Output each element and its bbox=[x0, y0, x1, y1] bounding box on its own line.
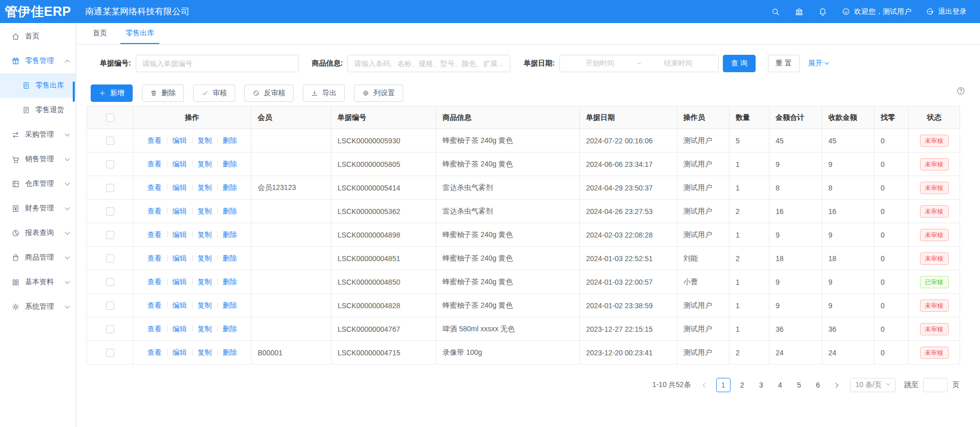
row-action-edit[interactable]: 编辑 bbox=[173, 325, 187, 333]
sidebar-item-goods[interactable]: 商品管理 bbox=[0, 245, 76, 270]
tab-retail-out[interactable]: 零售出库 bbox=[116, 23, 163, 44]
sidebar-item-purchase[interactable]: 采购管理 bbox=[0, 122, 76, 147]
row-action-copy[interactable]: 复制 bbox=[198, 277, 212, 286]
column-header: 操作 bbox=[133, 106, 252, 129]
row-action-view[interactable]: 查看 bbox=[148, 325, 162, 333]
sidebar-item-finance[interactable]: 财务管理 bbox=[0, 196, 76, 221]
unaudit-button[interactable]: 反审核 bbox=[244, 84, 294, 102]
row-action-view[interactable]: 查看 bbox=[148, 136, 162, 144]
delete-button[interactable]: 删除 bbox=[142, 84, 184, 102]
row-action-view[interactable]: 查看 bbox=[148, 301, 162, 309]
row-action-copy[interactable]: 复制 bbox=[198, 183, 212, 191]
select-all-checkbox[interactable] bbox=[106, 114, 114, 122]
row-action-edit[interactable]: 编辑 bbox=[173, 348, 187, 356]
expand-toggle[interactable]: 展开 bbox=[808, 59, 828, 68]
add-button[interactable]: 新增 bbox=[91, 84, 133, 102]
prev-page-button[interactable] bbox=[699, 378, 712, 392]
row-action-copy[interactable]: 复制 bbox=[198, 207, 212, 215]
row-action-delete[interactable]: 删除 bbox=[223, 183, 237, 191]
row-action-view[interactable]: 查看 bbox=[148, 348, 162, 356]
row-checkbox[interactable] bbox=[106, 207, 114, 216]
row-action-copy[interactable]: 复制 bbox=[198, 136, 212, 144]
bank-icon[interactable] bbox=[795, 7, 804, 16]
page-number-2[interactable]: 2 bbox=[735, 378, 749, 392]
row-action-delete[interactable]: 删除 bbox=[223, 348, 237, 356]
page-size-select[interactable]: 10 条/页 bbox=[850, 378, 895, 392]
row-checkbox[interactable] bbox=[106, 278, 114, 286]
row-action-view[interactable]: 查看 bbox=[148, 160, 162, 168]
date-range-picker[interactable]: 开始时间 ~ 结束时间 bbox=[559, 55, 719, 72]
row-action-copy[interactable]: 复制 bbox=[198, 254, 212, 262]
row-action-delete[interactable]: 删除 bbox=[223, 230, 237, 239]
row-action-view[interactable]: 查看 bbox=[148, 230, 162, 239]
help-icon[interactable] bbox=[956, 86, 966, 96]
page-number-3[interactable]: 3 bbox=[754, 378, 768, 392]
row-checkbox[interactable] bbox=[106, 184, 114, 192]
row-action-view[interactable]: 查看 bbox=[148, 277, 162, 286]
row-action-edit[interactable]: 编辑 bbox=[173, 301, 187, 309]
app-logo: 管伊佳ERP bbox=[0, 3, 76, 20]
row-checkbox[interactable] bbox=[106, 325, 114, 333]
change-cell: 0 bbox=[874, 270, 909, 294]
row-action-copy[interactable]: 复制 bbox=[198, 230, 212, 239]
row-action-delete[interactable]: 删除 bbox=[223, 207, 237, 215]
row-action-delete[interactable]: 删除 bbox=[223, 325, 237, 333]
tab-home[interactable]: 首页 bbox=[84, 23, 116, 44]
row-action-view[interactable]: 查看 bbox=[148, 183, 162, 191]
row-checkbox[interactable] bbox=[106, 302, 114, 310]
bell-icon[interactable] bbox=[818, 7, 827, 16]
row-action-view[interactable]: 查看 bbox=[148, 207, 162, 215]
page-jump-input[interactable] bbox=[923, 378, 948, 392]
row-action-delete[interactable]: 删除 bbox=[223, 301, 237, 309]
page-number-1[interactable]: 1 bbox=[716, 378, 731, 392]
status-cell: 未审核 bbox=[909, 247, 960, 270]
sidebar-item-basic[interactable]: 基本资料 bbox=[0, 270, 76, 294]
product-input[interactable] bbox=[347, 55, 510, 72]
next-page-button[interactable] bbox=[830, 378, 842, 392]
sidebar-item-retail-out[interactable]: 零售出库 bbox=[0, 73, 76, 98]
row-action-edit[interactable]: 编辑 bbox=[173, 207, 187, 215]
welcome-user[interactable]: 欢迎您，测试用户 bbox=[842, 7, 911, 16]
bill-no-input[interactable] bbox=[136, 55, 299, 72]
reset-button[interactable]: 重 置 bbox=[768, 55, 800, 72]
row-action-delete[interactable]: 删除 bbox=[223, 160, 237, 168]
audit-button[interactable]: 审核 bbox=[193, 84, 235, 102]
sidebar-item-retail[interactable]: 零售管理 bbox=[0, 49, 76, 73]
row-checkbox[interactable] bbox=[106, 160, 114, 168]
sidebar-item-retail-return[interactable]: 零售退货 bbox=[0, 98, 76, 122]
row-action-edit[interactable]: 编辑 bbox=[173, 136, 187, 144]
row-action-edit[interactable]: 编辑 bbox=[173, 160, 187, 168]
row-action-copy[interactable]: 复制 bbox=[198, 325, 212, 333]
page-number-5[interactable]: 5 bbox=[792, 378, 806, 392]
row-action-copy[interactable]: 复制 bbox=[198, 301, 212, 309]
sidebar-item-home[interactable]: 首页 bbox=[0, 24, 76, 49]
row-action-edit[interactable]: 编辑 bbox=[173, 183, 187, 191]
row-action-edit[interactable]: 编辑 bbox=[173, 277, 187, 286]
row-action-delete[interactable]: 删除 bbox=[223, 277, 237, 286]
row-action-delete[interactable]: 删除 bbox=[223, 254, 237, 262]
search-icon[interactable] bbox=[771, 7, 780, 16]
row-action-edit[interactable]: 编辑 bbox=[173, 254, 187, 262]
row-checkbox[interactable] bbox=[106, 254, 114, 263]
sidebar-item-warehouse[interactable]: 仓库管理 bbox=[0, 172, 76, 196]
row-checkbox[interactable] bbox=[106, 137, 114, 145]
page-number-6[interactable]: 6 bbox=[811, 378, 825, 392]
columns-button[interactable]: 列设置 bbox=[354, 84, 403, 102]
row-action-copy[interactable]: 复制 bbox=[198, 160, 212, 168]
row-checkbox[interactable] bbox=[106, 349, 114, 357]
row-action-copy[interactable]: 复制 bbox=[198, 348, 212, 356]
page-number-4[interactable]: 4 bbox=[773, 378, 787, 392]
sidebar-item-sales[interactable]: 销售管理 bbox=[0, 147, 76, 172]
row-checkbox[interactable] bbox=[106, 231, 114, 239]
action-separator bbox=[192, 161, 193, 167]
sidebar-item-system[interactable]: 系统管理 bbox=[0, 294, 76, 319]
export-button[interactable]: 导出 bbox=[303, 84, 345, 102]
search-button[interactable]: 查 询 bbox=[723, 55, 756, 72]
logout-button[interactable]: 退出登录 bbox=[926, 7, 967, 16]
bill-date-cell: 2024-01-02 23:38:59 bbox=[580, 294, 677, 317]
sidebar-scrollbar-thumb[interactable] bbox=[73, 81, 75, 102]
row-action-edit[interactable]: 编辑 bbox=[173, 230, 187, 239]
sidebar-item-report[interactable]: 报表查询 bbox=[0, 221, 76, 245]
row-action-view[interactable]: 查看 bbox=[148, 254, 162, 262]
row-action-delete[interactable]: 删除 bbox=[223, 136, 237, 144]
